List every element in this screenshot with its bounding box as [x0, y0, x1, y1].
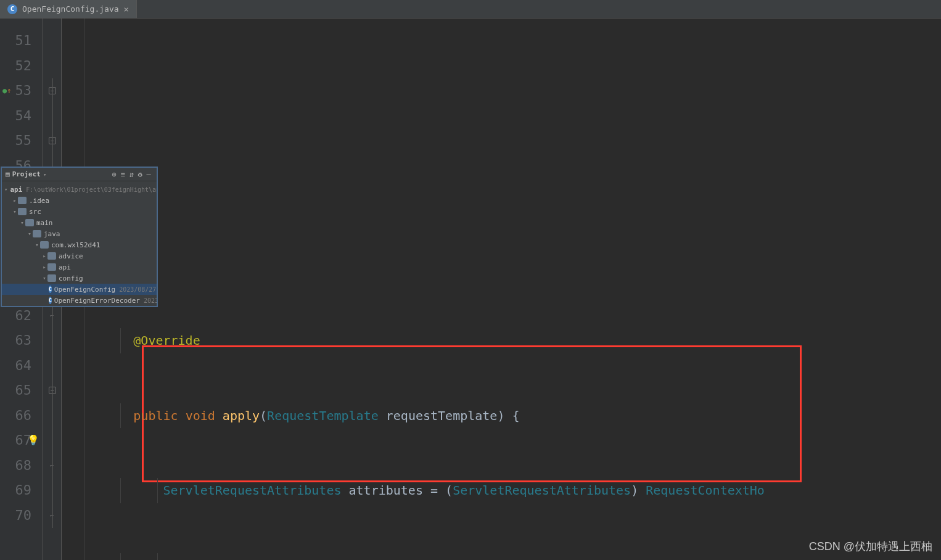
code-line: ServletRequestAttributes attributes = (S… — [62, 478, 941, 503]
code-area[interactable]: @Override public void apply(RequestTempl… — [62, 19, 941, 560]
expand-icon[interactable] — [41, 264, 47, 270]
line-number: 67💡 — [0, 428, 43, 453]
tree-node-label: OpenFeignErrorDecoder — [54, 297, 140, 305]
expand-icon[interactable] — [41, 275, 47, 281]
fold-cell — [43, 28, 61, 54]
fold-cell — [43, 428, 61, 453]
tree-node[interactable]: .idea — [2, 195, 157, 206]
fold-cell — [43, 353, 61, 379]
line-number: 53●↑ — [0, 78, 43, 104]
expand-icon[interactable] — [41, 253, 47, 259]
project-icon: ▤ — [6, 170, 10, 178]
settings-icon[interactable]: ⚙ — [136, 170, 144, 179]
fold-cell: − — [43, 78, 61, 104]
tree-node-label: main — [36, 219, 53, 227]
tree-node[interactable]: src — [2, 206, 157, 217]
tree-node-label: api — [59, 263, 71, 271]
java-class-icon: C — [49, 286, 52, 293]
folder-icon — [33, 230, 41, 237]
fold-cell — [43, 104, 61, 129]
expand-icon[interactable] — [12, 197, 18, 204]
tree-node-meta: 2023/08/26 22:1 — [144, 297, 157, 304]
expand-icon[interactable] — [19, 220, 25, 226]
fold-cell — [43, 54, 61, 79]
line-number: 68 — [0, 453, 43, 479]
tool-window-header: ▤ Project ▾ ⊕ ≡ ⇵ ⚙ — — [2, 168, 157, 181]
fold-cell: ⌐ — [43, 503, 61, 529]
package-icon — [47, 274, 56, 282]
expand-icon[interactable] — [27, 231, 33, 237]
fold-cell: − — [43, 128, 61, 154]
project-tool-window[interactable]: ▤ Project ▾ ⊕ ≡ ⇵ ⚙ — api F:\outWork\01p… — [1, 167, 158, 307]
expand-icon[interactable] — [34, 242, 40, 248]
tool-window-title: ▤ Project ▾ — [6, 170, 46, 178]
line-number: 66 — [0, 403, 43, 429]
tree-node-label: java — [44, 230, 60, 238]
tree-node-label: com.wxl52d41 — [51, 241, 100, 249]
file-tab-label: OpenFeignConfig.java — [22, 4, 119, 14]
expand-all-icon[interactable]: ≡ — [118, 170, 127, 179]
intention-bulb-icon[interactable]: 💡 — [27, 428, 39, 453]
line-number: 52 — [0, 54, 43, 79]
tree-node[interactable]: main — [2, 217, 157, 228]
fold-cell — [43, 478, 61, 503]
tree-node-label: config — [59, 274, 83, 282]
collapse-all-icon[interactable]: ⇵ — [127, 170, 136, 179]
tree-node[interactable]: com.wxl52d41 — [2, 239, 157, 250]
line-number: 64 — [0, 353, 43, 379]
fold-cell — [43, 328, 61, 353]
tree-node-label: advice — [59, 252, 83, 260]
fold-cell — [43, 403, 61, 429]
code-line: if (null != attributes) { — [62, 553, 941, 561]
code-line: @Override — [62, 328, 941, 353]
folder-icon — [25, 219, 34, 226]
folder-icon — [18, 208, 27, 215]
tree-node[interactable]: COpenFeignErrorDecoder2023/08/26 22:1 — [2, 295, 157, 306]
tree-node-path: F:\outWork\01project\03feignHight\api — [26, 186, 157, 193]
line-number: 65 — [0, 378, 43, 403]
watermark: CSDN @伏加特遇上西柚 — [809, 539, 932, 554]
package-icon — [47, 252, 56, 260]
line-number: 69 — [0, 478, 43, 503]
tree-node-label: OpenFeignConfig — [54, 286, 115, 294]
tree-node[interactable]: config — [2, 273, 157, 284]
hide-icon[interactable]: — — [144, 170, 153, 179]
tree-node-label: .idea — [29, 197, 49, 205]
tree-node[interactable]: advice — [2, 250, 157, 261]
package-icon — [47, 263, 56, 271]
close-icon[interactable]: × — [124, 4, 129, 14]
override-gutter-icon[interactable]: ●↑ — [2, 78, 11, 104]
line-number: 51 — [0, 28, 43, 54]
line-number: 54 — [0, 104, 43, 129]
tree-node-label: src — [29, 208, 41, 216]
tree-node[interactable]: api — [2, 261, 157, 273]
fold-cell: − — [43, 378, 61, 403]
file-tab[interactable]: C OpenFeignConfig.java × — [0, 0, 137, 18]
expand-icon[interactable] — [4, 186, 7, 192]
select-opened-file-icon[interactable]: ⊕ — [110, 170, 118, 179]
tree-node[interactable]: java — [2, 228, 157, 239]
line-number: 55 — [0, 128, 43, 154]
expand-icon[interactable] — [12, 208, 18, 215]
java-class-icon: C — [49, 297, 52, 304]
code-line — [62, 253, 941, 279]
folder-icon — [18, 197, 27, 204]
tree-node-meta: 2023/08/27 14:30, 2.52 k — [119, 286, 157, 293]
tab-bar: C OpenFeignConfig.java × — [0, 0, 941, 19]
fold-cell: ⌐ — [43, 453, 61, 479]
tree-node-label: api — [10, 186, 22, 194]
java-class-icon: C — [7, 4, 17, 14]
line-number: 70 — [0, 503, 43, 529]
tree-node[interactable]: COpenFeignConfig2023/08/27 14:30, 2.52 k — [2, 284, 157, 295]
dropdown-icon[interactable]: ▾ — [43, 171, 46, 178]
tree-root[interactable]: api F:\outWork\01project\03feignHight\ap… — [2, 184, 157, 195]
tree-node[interactable]: exception — [2, 306, 157, 307]
line-number: 63 — [0, 328, 43, 353]
project-tree[interactable]: api F:\outWork\01project\03feignHight\ap… — [2, 181, 157, 307]
package-icon — [40, 241, 49, 249]
code-line: public void apply(RequestTemplate reques… — [62, 403, 941, 429]
